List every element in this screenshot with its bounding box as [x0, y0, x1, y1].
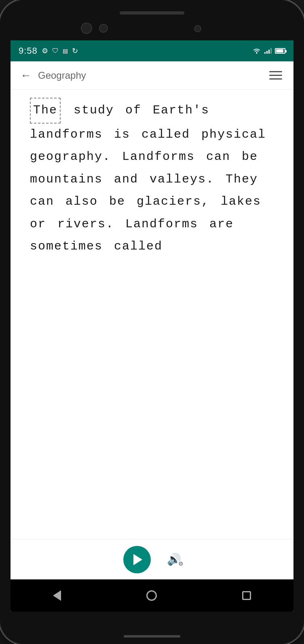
front-camera: [81, 23, 92, 34]
battery-icon: [275, 48, 285, 54]
body-text: The study of Earth's landforms is called…: [30, 98, 274, 258]
android-back-button[interactable]: [53, 590, 61, 601]
audio-settings-button[interactable]: 🔊 ⚙: [167, 553, 181, 566]
svg-rect-3: [268, 50, 270, 54]
status-right: [252, 48, 285, 54]
hamburger-line-3: [269, 78, 282, 80]
bottom-controls: 🔊 ⚙: [11, 539, 293, 579]
hamburger-line-1: [269, 71, 282, 72]
android-home-button[interactable]: [146, 590, 157, 601]
android-recents-icon: [242, 591, 251, 600]
svg-point-0: [256, 52, 258, 54]
back-button[interactable]: ←: [20, 69, 32, 82]
body-text-rest: study of Earth's landforms is called phy…: [30, 103, 266, 253]
sim-icon: ▤: [63, 48, 68, 54]
android-recents-button[interactable]: [242, 591, 251, 600]
menu-button[interactable]: [268, 69, 284, 81]
screen: 9:58 🛡 ▤ ↻: [11, 40, 293, 612]
shield-icon: 🛡: [52, 47, 59, 55]
front-camera-secondary: [99, 24, 108, 33]
phone-top-hardware: [0, 0, 304, 40]
play-button[interactable]: [123, 546, 151, 573]
reading-content: The study of Earth's landforms is called…: [11, 90, 293, 539]
svg-rect-2: [266, 51, 268, 54]
svg-rect-1: [264, 52, 266, 54]
phone-bottom-hardware: [0, 612, 304, 644]
proximity-sensor: [194, 25, 201, 32]
signal-icon: [264, 48, 272, 54]
hamburger-line-2: [269, 75, 282, 76]
play-icon: [133, 554, 142, 565]
speaker-grille: [120, 11, 184, 15]
page-title: Geography: [38, 70, 86, 81]
wifi-icon: [252, 48, 261, 54]
svg-rect-4: [270, 48, 272, 54]
status-time: 9:58: [19, 46, 38, 56]
status-bar: 9:58 🛡 ▤ ↻: [11, 40, 293, 61]
gear-icon: [42, 46, 48, 55]
navigation-bar: ← Geography: [11, 61, 293, 90]
highlighted-word[interactable]: The: [30, 98, 61, 124]
bottom-indicator-bar: [124, 635, 180, 638]
phone-frame: 9:58 🛡 ▤ ↻: [0, 0, 304, 644]
android-home-icon: [146, 590, 157, 601]
settings-gear-icon: ⚙: [178, 560, 184, 567]
nav-left: ← Geography: [20, 69, 86, 82]
back-arrow-icon: ←: [20, 69, 32, 82]
android-nav-bar: [11, 579, 293, 612]
android-back-icon: [53, 590, 61, 601]
status-left: 9:58 🛡 ▤ ↻: [19, 46, 78, 56]
sync-icon: ↻: [72, 46, 78, 55]
